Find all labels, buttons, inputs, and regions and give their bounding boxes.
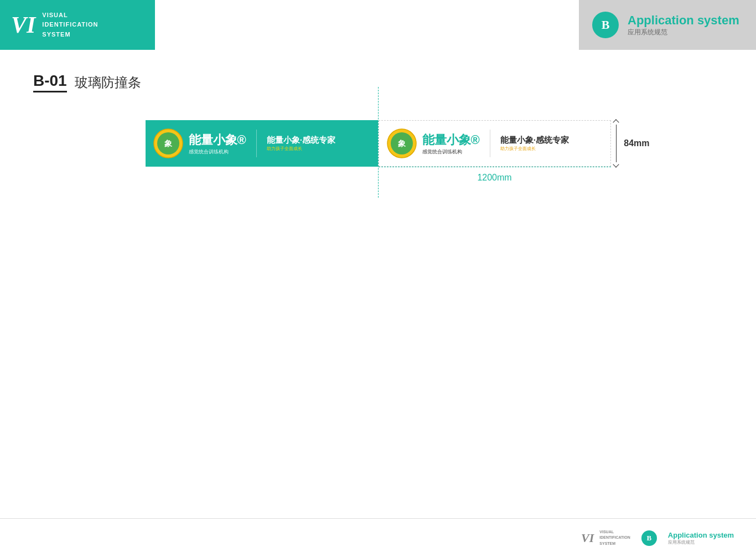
- arrow-bottom: [613, 161, 619, 167]
- footer-app-text: Application system 应用系统规范: [668, 531, 734, 545]
- banner-brand-text-2: 能量小象® 感觉统合训练机构: [422, 132, 480, 156]
- vi-logo-char: VI: [11, 13, 35, 37]
- vi-system-text: VISUAL IDENTIFICATION SYSTEM: [42, 11, 98, 40]
- vert-line: [616, 125, 617, 162]
- brand-sub-label: 感觉统合训练机构: [189, 148, 246, 156]
- banner-full-green: 象 能量小象® 感觉统合训练机构 能量小象·感统专家 助力孩子全面成长: [146, 120, 378, 167]
- banner-internal-divider-2: [490, 130, 490, 157]
- arrow-top: [613, 119, 619, 125]
- section-code: B-01: [33, 72, 67, 92]
- banner-display-area: 象 能量小象® 感觉统合训练机构 能量小象·感统专家 助力孩子全面成长: [33, 120, 723, 198]
- slogan-main-text: 能量小象·感统专家: [267, 135, 335, 146]
- slogan-sub-text-2: 助力孩子全面成长: [500, 146, 536, 152]
- brand-sub-label-2: 感觉统合训练机构: [422, 148, 480, 156]
- b-section-icon: B: [592, 12, 619, 38]
- measurement-height-indicator: 84mm: [614, 120, 649, 167]
- banner-slogan: 能量小象·感统专家 助力孩子全面成长: [267, 135, 335, 152]
- width-label: 1200mm: [477, 173, 511, 183]
- footer-b-icon: B: [641, 530, 657, 546]
- banner-white-version: 象 能量小象® 感觉统合训练机构 能量小象·感统专家 助力孩子全面成长: [379, 120, 611, 167]
- footer-app-title: Application system: [668, 531, 734, 539]
- banner-right-measured: 象 能量小象® 感觉统合训练机构 能量小象·感统专家 助力孩子全面成长: [379, 120, 611, 183]
- section-name: 玻璃防撞条: [75, 74, 141, 91]
- app-system-title: Application system: [628, 13, 739, 28]
- banner-slogan-2: 能量小象·感统专家 助力孩子全面成长: [500, 135, 569, 152]
- measurement-width-area: 1200mm: [379, 173, 611, 183]
- footer-vi-brand: VI VISUAL IDENTIFICATION SYSTEM: [581, 529, 630, 547]
- brand-main-label-2: 能量小象®: [422, 132, 480, 148]
- footer-vi-text: VISUAL IDENTIFICATION SYSTEM: [599, 529, 630, 547]
- header-right-labels: Application system 应用系统规范: [628, 13, 739, 37]
- footer: VI VISUAL IDENTIFICATION SYSTEM B Applic…: [0, 518, 756, 557]
- measurement-height-line: [614, 120, 618, 167]
- header-right-section: B Application system 应用系统规范: [579, 0, 756, 50]
- banner-brand-text: 能量小象® 感觉统合训练机构: [189, 132, 246, 156]
- banner-logo-icon: 象: [153, 128, 183, 158]
- app-system-subtitle: 应用系统规范: [628, 28, 739, 37]
- banner-logo-icon-2: 象: [387, 128, 417, 158]
- brand-main-label: 能量小象®: [189, 132, 246, 148]
- footer-app-subtitle: 应用系统规范: [668, 539, 734, 545]
- svg-text:象: 象: [164, 139, 173, 148]
- horizontal-dashed-divider: [379, 167, 611, 167]
- footer-vi-char: VI: [581, 531, 594, 545]
- banner-measured-area: 象 能量小象® 感觉统合训练机构 能量小象·感统专家 助力孩子全面成长: [379, 120, 611, 167]
- header-left-brand: VI VISUAL IDENTIFICATION SYSTEM: [0, 0, 155, 50]
- slogan-main-text-2: 能量小象·感统专家: [500, 135, 569, 146]
- banner-internal-divider: [256, 130, 257, 157]
- svg-text:象: 象: [398, 139, 406, 148]
- page-content: B-01 玻璃防撞条 象 能量小象® 感觉统合训练机构 能量小: [0, 50, 756, 220]
- header: VI VISUAL IDENTIFICATION SYSTEM B Applic…: [0, 0, 756, 50]
- header-middle-space: [155, 0, 579, 50]
- slogan-sub-text: 助力孩子全面成长: [267, 146, 302, 152]
- height-label: 84mm: [624, 138, 649, 148]
